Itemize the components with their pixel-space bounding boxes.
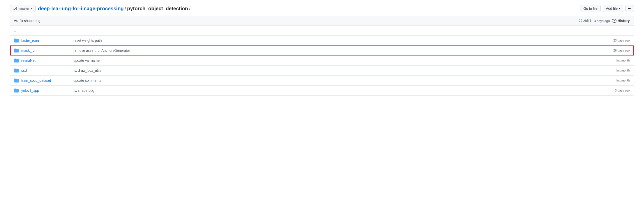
- file-row: retinaNet update var name last month: [10, 56, 634, 66]
- breadcrumb: deep-learning-for-image-processing / pyt…: [38, 6, 191, 12]
- age-col: last month: [592, 79, 630, 82]
- parent-name-col: ..: [14, 28, 69, 32]
- ellipsis-icon: ···: [628, 6, 631, 10]
- toolbar: ⎇ master ▾ deep-learning-for-image-proce…: [10, 5, 634, 12]
- file-name-col: train_coco_dataset: [14, 78, 69, 83]
- history-link[interactable]: History: [612, 19, 630, 23]
- commit-row: wz fix shape bug 12c9df1 3 days ago Hist…: [10, 16, 634, 26]
- commit-meta: 12c9df1 3 days ago History: [579, 19, 630, 23]
- commit-msg-col: update var name: [69, 58, 592, 62]
- history-icon: [612, 19, 616, 23]
- parent-dir-link[interactable]: ..: [14, 28, 16, 32]
- parent-dir-row: ..: [10, 26, 634, 36]
- file-name-col: retinaNet: [14, 58, 69, 63]
- commit-hash: 12c9df1: [579, 19, 592, 22]
- file-name-col: ssd: [14, 68, 69, 73]
- history-label: History: [618, 19, 630, 23]
- repo-link[interactable]: deep-learning-for-image-processing: [38, 6, 124, 12]
- breadcrumb-separator-2: /: [189, 6, 191, 12]
- more-options-button[interactable]: ···: [625, 5, 634, 12]
- git-branch-icon: ⎇: [13, 6, 17, 10]
- folder-icon: [14, 38, 19, 43]
- file-name-col: yolov3_spp: [14, 88, 69, 93]
- commit-age: 3 days ago: [594, 19, 610, 23]
- file-name-link[interactable]: faster_rcnn: [21, 38, 39, 42]
- file-name-link[interactable]: retinaNet: [21, 58, 36, 62]
- chevron-down-icon: ▾: [619, 7, 620, 10]
- branch-button[interactable]: ⎇ master ▾: [10, 5, 36, 12]
- add-file-button[interactable]: Add file ▾: [603, 5, 623, 12]
- file-name-col: mask_rcnn: [14, 48, 69, 53]
- folder-icon: [14, 48, 19, 53]
- commit-msg-col: remove assert for AnchorsGenerator: [69, 48, 592, 52]
- folder-icon: [14, 58, 19, 63]
- age-col: last month: [592, 69, 630, 72]
- file-row: yolov3_spp fix shape bug 3 days ago: [10, 86, 634, 96]
- file-name-link[interactable]: mask_rcnn: [21, 48, 38, 52]
- commit-msg-col: reset weights path: [69, 38, 592, 42]
- branch-label: master: [19, 6, 30, 10]
- age-col: 3 days ago: [592, 89, 630, 92]
- file-table: wz fix shape bug 12c9df1 3 days ago Hist…: [10, 16, 634, 96]
- commit-msg-col: fix shape bug: [69, 88, 592, 92]
- add-file-label: Add file: [606, 6, 618, 10]
- file-name-col: faster_rcnn: [14, 38, 69, 43]
- folder-icon: [14, 78, 19, 83]
- toolbar-right: Go to file Add file ▾ ···: [580, 5, 634, 12]
- folder-name: pytorch_object_detection: [127, 6, 188, 12]
- file-row: faster_rcnn reset weights path 23 days a…: [10, 36, 634, 46]
- commit-msg-col: fix draw_box_utils: [69, 68, 592, 72]
- chevron-down-icon: ▾: [31, 7, 32, 10]
- file-row: ssd fix draw_box_utils last month: [10, 66, 634, 76]
- age-col: 23 days ago: [592, 39, 630, 42]
- commit-msg-col: update comments: [69, 78, 592, 82]
- breadcrumb-separator-1: /: [125, 6, 126, 12]
- age-col: 28 days ago: [592, 49, 630, 52]
- age-col: last month: [592, 59, 630, 62]
- folder-icon: [14, 88, 19, 93]
- commit-message: wz fix shape bug: [14, 19, 40, 23]
- file-row: train_coco_dataset update comments last …: [10, 76, 634, 86]
- file-name-link[interactable]: ssd: [21, 68, 27, 72]
- file-row: mask_rcnn remove assert for AnchorsGener…: [10, 46, 634, 56]
- go-to-file-button[interactable]: Go to file: [580, 5, 601, 12]
- file-name-link[interactable]: yolov3_spp: [21, 88, 39, 92]
- folder-icon: [14, 68, 19, 73]
- file-name-link[interactable]: train_coco_dataset: [21, 78, 51, 82]
